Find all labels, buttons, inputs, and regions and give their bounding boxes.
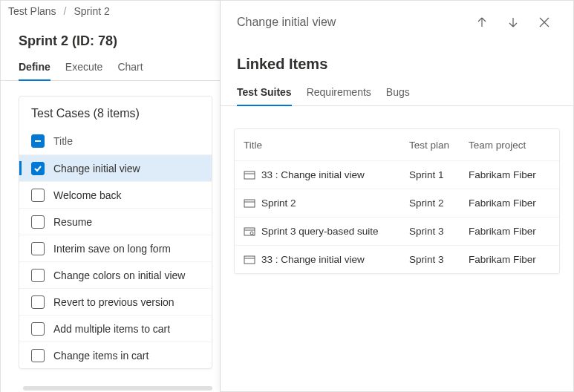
cell-project: Fabrikam Fiber xyxy=(469,254,550,265)
suite-static-icon xyxy=(244,254,255,266)
svg-point-6 xyxy=(250,232,253,235)
cell-plan: Sprint 3 xyxy=(409,226,469,237)
col-header-title[interactable]: Title xyxy=(244,140,409,151)
list-item[interactable]: Resume xyxy=(19,208,212,235)
breadcrumb-root[interactable]: Test Plans xyxy=(8,5,56,17)
row-checkbox[interactable] xyxy=(31,215,45,229)
list-item[interactable]: Change initial view xyxy=(19,154,212,181)
arrow-down-icon xyxy=(507,16,519,28)
cell-plan: Sprint 2 xyxy=(409,197,469,209)
tab-bugs[interactable]: Bugs xyxy=(386,82,410,105)
list-item-title: Revert to previous version xyxy=(53,296,175,308)
main-tabs: Define Execute Chart xyxy=(1,56,220,81)
list-item-title: Interim save on long form xyxy=(53,243,171,255)
row-checkbox[interactable] xyxy=(31,322,45,336)
details-title: Change initial view xyxy=(237,16,463,29)
table-row[interactable]: 33 : Change initial view Sprint 3 Fabrik… xyxy=(235,245,559,273)
tab-test-suites[interactable]: Test Suites xyxy=(237,82,292,105)
cell-project: Fabrikam Fiber xyxy=(469,169,550,180)
horizontal-scrollbar[interactable] xyxy=(23,386,212,391)
cell-title: 33 : Change initial view xyxy=(261,169,365,180)
column-title-label: Title xyxy=(53,135,73,147)
details-panel: Change initial view Linked Items Test Su… xyxy=(221,0,574,392)
list-item-title: Welcome back xyxy=(53,189,122,201)
list-item-title: Change colors on initial view xyxy=(53,270,185,281)
list-item[interactable]: Welcome back xyxy=(19,181,212,208)
col-header-plan[interactable]: Test plan xyxy=(409,140,469,151)
list-item-title: Resume xyxy=(53,216,92,228)
col-header-project[interactable]: Team project xyxy=(469,140,550,151)
cell-plan: Sprint 3 xyxy=(409,254,469,265)
table-row[interactable]: Sprint 3 query-based suite Sprint 3 Fabr… xyxy=(235,217,559,245)
suite-query-icon xyxy=(244,226,255,238)
test-cases-card: Test Cases (8 items) Title Change initia… xyxy=(19,96,212,369)
test-cases-header: Test Cases (8 items) xyxy=(19,97,212,128)
row-checkbox[interactable] xyxy=(31,295,45,309)
suite-static-icon xyxy=(244,169,255,181)
row-checkbox[interactable] xyxy=(31,189,45,202)
svg-rect-2 xyxy=(244,200,255,207)
list-item[interactable]: Change colors on initial view xyxy=(19,261,212,288)
page-title: Sprint 2 (ID: 78) xyxy=(1,22,220,56)
linked-items-table: Title Test plan Team project 33 : Change… xyxy=(234,128,560,274)
close-icon xyxy=(538,16,550,28)
linked-items-tabs: Test Suites Requirements Bugs xyxy=(221,82,573,106)
list-item[interactable]: Interim save on long form xyxy=(19,235,212,261)
table-row[interactable]: 33 : Change initial view Sprint 1 Fabrik… xyxy=(235,160,559,189)
cell-plan: Sprint 1 xyxy=(409,169,469,180)
cell-project: Fabrikam Fiber xyxy=(469,197,550,209)
row-checkbox[interactable] xyxy=(31,242,45,255)
svg-rect-8 xyxy=(244,256,255,264)
list-item-title: Change initial view xyxy=(53,163,140,174)
list-item[interactable]: Add multiple items to cart xyxy=(19,315,212,342)
row-checkbox[interactable] xyxy=(31,269,45,282)
cell-title: 33 : Change initial view xyxy=(261,254,365,265)
row-checkbox[interactable] xyxy=(31,349,45,362)
linked-items-title: Linked Items xyxy=(221,35,573,82)
table-row[interactable]: Sprint 2 Sprint 2 Fabrikam Fiber xyxy=(235,189,559,217)
tab-chart[interactable]: Chart xyxy=(117,56,143,80)
cell-project: Fabrikam Fiber xyxy=(469,226,550,237)
suite-static-icon xyxy=(244,197,255,209)
breadcrumb-separator: / xyxy=(64,5,67,17)
next-item-button[interactable] xyxy=(500,10,526,35)
details-header: Change initial view xyxy=(221,1,573,35)
test-cases-column-header: Title xyxy=(19,128,212,154)
tab-define[interactable]: Define xyxy=(19,56,50,80)
breadcrumb: Test Plans / Sprint 2 xyxy=(1,1,220,22)
cell-title: Sprint 2 xyxy=(261,197,296,209)
select-all-checkbox[interactable] xyxy=(31,134,45,148)
list-item-title: Change items in cart xyxy=(53,350,149,362)
arrow-up-icon xyxy=(476,16,488,28)
previous-item-button[interactable] xyxy=(469,10,495,35)
tab-requirements[interactable]: Requirements xyxy=(307,82,371,105)
list-item[interactable]: Revert to previous version xyxy=(19,288,212,315)
list-item-title: Add multiple items to cart xyxy=(53,323,170,335)
list-item[interactable]: Change items in cart xyxy=(19,342,212,368)
row-checkbox[interactable] xyxy=(31,162,45,175)
breadcrumb-current[interactable]: Sprint 2 xyxy=(74,5,109,17)
close-button[interactable] xyxy=(532,10,557,35)
svg-rect-0 xyxy=(244,172,255,179)
table-header-row: Title Test plan Team project xyxy=(235,129,559,160)
tab-execute[interactable]: Execute xyxy=(65,56,103,80)
main-panel: Test Plans / Sprint 2 Sprint 2 (ID: 78) … xyxy=(0,0,221,392)
cell-title: Sprint 3 query-based suite xyxy=(261,226,379,237)
